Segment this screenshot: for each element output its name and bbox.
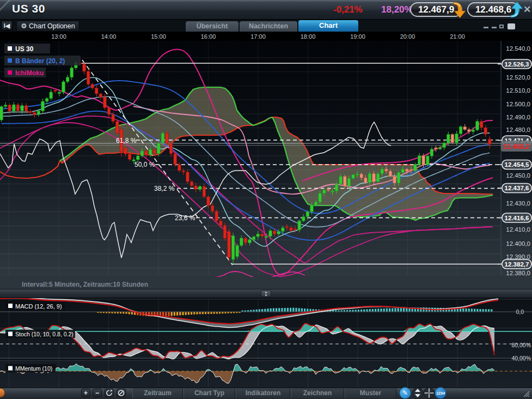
svg-text:80,00%: 80,00%: [511, 342, 531, 348]
svg-text:12.382,7: 12.382,7: [505, 261, 529, 268]
svg-text:17:00: 17:00: [250, 33, 266, 40]
svg-text:16:00: 16:00: [201, 33, 216, 40]
svg-text:MACD (12, 26, 9): MACD (12, 26, 9): [15, 303, 62, 310]
svg-text:12.416,6: 12.416,6: [505, 215, 529, 221]
svg-text:IchiMoku: IchiMoku: [15, 69, 44, 77]
svg-text:12.380,0: 12.380,0: [506, 270, 530, 276]
svg-text:US 30: US 30: [15, 45, 34, 53]
svg-text:Intervall:5 Minuten, Zeitraum:: Intervall:5 Minuten, Zeitraum:10 Stunden: [22, 281, 148, 288]
svg-text:21:00: 21:00: [450, 33, 465, 40]
svg-text:12.480,0: 12.480,0: [506, 126, 530, 133]
svg-text:12.490,0: 12.490,0: [506, 114, 530, 120]
svg-text:12.500,0: 12.500,0: [506, 101, 530, 107]
svg-text:12.400,0: 12.400,0: [506, 240, 530, 247]
svg-text:12.510,0: 12.510,0: [506, 87, 530, 94]
svg-text:50,0 %: 50,0 %: [134, 161, 155, 168]
svg-text:MMentum (10): MMentum (10): [15, 365, 52, 372]
svg-text:Stoch (10, 10, 0.8, 0.2): Stoch (10, 10, 0.8, 0.2): [15, 331, 74, 337]
svg-text:12.540,0: 12.540,0: [506, 45, 530, 52]
svg-text:12.437,6: 12.437,6: [505, 185, 529, 191]
svg-text:0,0: 0,0: [516, 309, 524, 315]
svg-text:61,8 %: 61,8 %: [116, 137, 137, 144]
svg-text:12.410,0: 12.410,0: [506, 226, 530, 233]
svg-text:12.468,2: 12.468,2: [503, 143, 530, 150]
svg-text:15:00: 15:00: [151, 33, 166, 40]
svg-text:12.430,0: 12.430,0: [506, 200, 530, 207]
svg-text:12.450,0: 12.450,0: [506, 172, 530, 179]
svg-text:19:00: 19:00: [350, 33, 365, 40]
svg-text:12.526,3: 12.526,3: [505, 61, 529, 68]
svg-text:38,2 %: 38,2 %: [154, 185, 175, 192]
svg-text:12.520,0: 12.520,0: [506, 74, 530, 81]
svg-text:40,00%: 40,00%: [511, 355, 531, 361]
svg-text:13:00: 13:00: [51, 33, 66, 40]
svg-text:18:00: 18:00: [301, 33, 316, 40]
svg-text:12.454,5: 12.454,5: [505, 161, 529, 168]
svg-text:14:00: 14:00: [101, 33, 117, 40]
svg-text:20:00: 20:00: [400, 33, 415, 40]
svg-text:23,6 %: 23,6 %: [175, 214, 195, 222]
svg-text:B Bänder (20, 2): B Bänder (20, 2): [15, 57, 65, 65]
